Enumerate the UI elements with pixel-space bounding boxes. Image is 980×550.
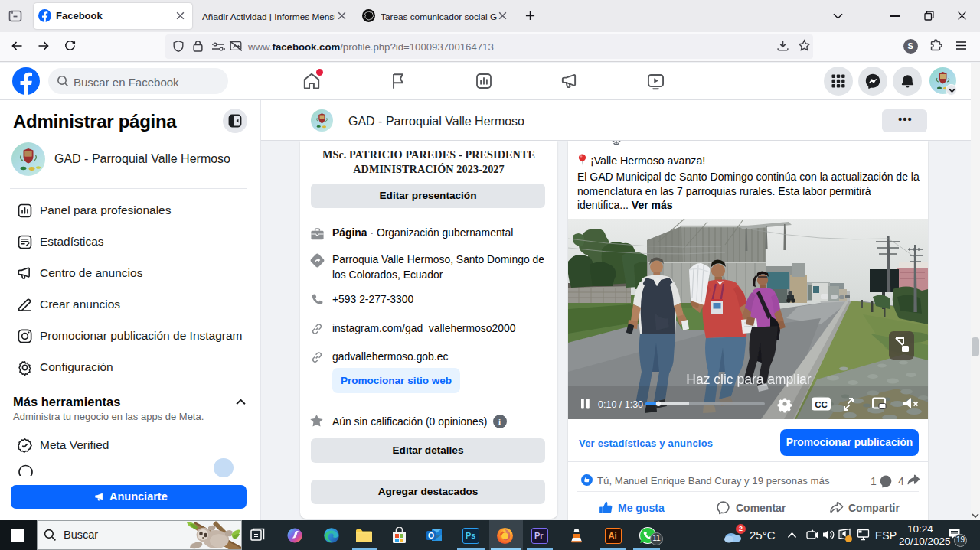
svg-text:0:10 / 1:30: 0:10 / 1:30 (598, 399, 643, 410)
svg-text:O: O (428, 531, 434, 540)
svg-text:Haz clic para ampliar: Haz clic para ampliar (686, 372, 812, 387)
svg-text:CC: CC (815, 400, 828, 409)
